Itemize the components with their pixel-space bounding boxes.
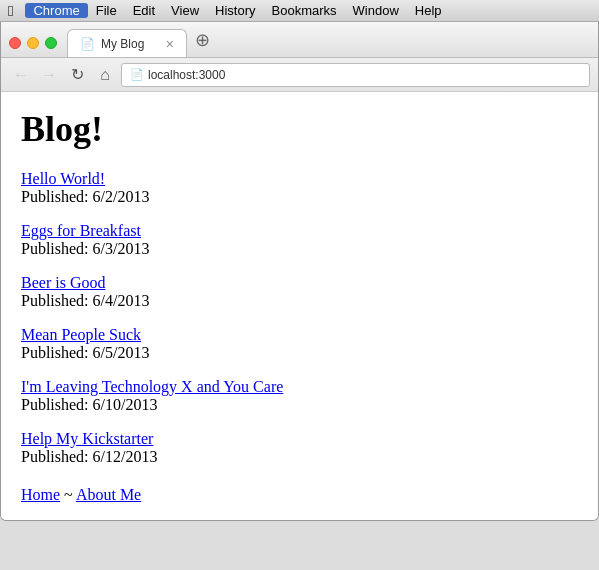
lock-icon: 📄 [130, 68, 144, 81]
post-date-5: Published: 6/12/2013 [21, 448, 578, 466]
apple-logo:  [8, 2, 13, 19]
menu-item-window[interactable]: Window [345, 3, 407, 18]
footer-nav: Home ~ About Me [21, 486, 578, 504]
menu-item-file[interactable]: File [88, 3, 125, 18]
menu-item-help[interactable]: Help [407, 3, 450, 18]
forward-button[interactable]: → [37, 63, 61, 87]
close-button[interactable] [9, 37, 21, 49]
minimize-button[interactable] [27, 37, 39, 49]
address-bar[interactable]: 📄 localhost:3000 [121, 63, 590, 87]
home-button[interactable]: ⌂ [93, 63, 117, 87]
blog-post-0: Hello World! Published: 6/2/2013 [21, 170, 578, 206]
blog-post-3: Mean People Suck Published: 6/5/2013 [21, 326, 578, 362]
footer-about-link[interactable]: About Me [76, 486, 141, 503]
page-content: Blog! Hello World! Published: 6/2/2013 E… [1, 92, 598, 520]
tab-title: My Blog [101, 37, 144, 51]
post-link-2[interactable]: Beer is Good [21, 274, 105, 291]
blog-post-1: Eggs for Breakfast Published: 6/3/2013 [21, 222, 578, 258]
maximize-button[interactable] [45, 37, 57, 49]
post-link-5[interactable]: Help My Kickstarter [21, 430, 153, 447]
menu-item-history[interactable]: History [207, 3, 263, 18]
blog-post-5: Help My Kickstarter Published: 6/12/2013 [21, 430, 578, 466]
post-link-3[interactable]: Mean People Suck [21, 326, 141, 343]
post-link-0[interactable]: Hello World! [21, 170, 105, 187]
back-button[interactable]: ← [9, 63, 33, 87]
post-date-1: Published: 6/3/2013 [21, 240, 578, 258]
post-date-0: Published: 6/2/2013 [21, 188, 578, 206]
window-controls [9, 37, 57, 57]
tab-bar: 📄 My Blog × ⊕ [67, 22, 590, 57]
post-date-3: Published: 6/5/2013 [21, 344, 578, 362]
post-link-4[interactable]: I'm Leaving Technology X and You Care [21, 378, 283, 395]
nav-bar: ← → ↻ ⌂ 📄 localhost:3000 [1, 58, 598, 92]
blog-post-4: I'm Leaving Technology X and You Care Pu… [21, 378, 578, 414]
tab-close-icon[interactable]: × [166, 36, 174, 52]
url-text: localhost:3000 [148, 68, 225, 82]
post-link-1[interactable]: Eggs for Breakfast [21, 222, 141, 239]
footer-home-link[interactable]: Home [21, 486, 60, 503]
title-bar: 📄 My Blog × ⊕ [1, 22, 598, 58]
post-date-4: Published: 6/10/2013 [21, 396, 578, 414]
tab-favicon-icon: 📄 [80, 37, 95, 51]
menu-item-edit[interactable]: Edit [125, 3, 163, 18]
menu-item-view[interactable]: View [163, 3, 207, 18]
blog-post-2: Beer is Good Published: 6/4/2013 [21, 274, 578, 310]
refresh-button[interactable]: ↻ [65, 63, 89, 87]
post-date-2: Published: 6/4/2013 [21, 292, 578, 310]
chrome-window: 📄 My Blog × ⊕ ← → ↻ ⌂ 📄 localhost:3000 B… [0, 22, 599, 521]
active-tab[interactable]: 📄 My Blog × [67, 29, 187, 57]
menu-item-chrome[interactable]: Chrome [25, 3, 87, 18]
menu-bar:  Chrome File Edit View History Bookmark… [0, 0, 599, 22]
new-tab-button[interactable]: ⊕ [187, 29, 218, 57]
menu-item-bookmarks[interactable]: Bookmarks [264, 3, 345, 18]
footer-separator: ~ [60, 486, 76, 503]
page-title: Blog! [21, 108, 578, 150]
